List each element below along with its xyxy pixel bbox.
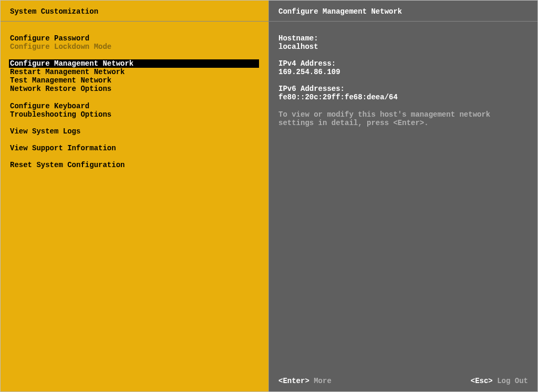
ipv4-label: IPv4 Address:	[278, 59, 528, 68]
esc-key: <Esc>	[471, 377, 493, 385]
menu-group: View System Logs	[10, 127, 259, 136]
ipv6-label: IPv6 Addresses:	[278, 85, 528, 93]
menu-item-network-restore-options[interactable]: Network Restore Options	[10, 85, 259, 93]
dcui-screen: System Customization Configure PasswordC…	[0, 0, 538, 392]
menu-item-configure-lockdown-mode: Configure Lockdown Mode	[10, 43, 259, 51]
menu-item-view-support-information[interactable]: View Support Information	[10, 144, 259, 152]
esc-label: Log Out	[497, 377, 528, 385]
menu-item-reset-system-configuration[interactable]: Reset System Configuration	[10, 161, 259, 169]
menu-body: Configure PasswordConfigure Lockdown Mod…	[1, 22, 268, 391]
menu-group: Configure Management NetworkRestart Mana…	[10, 59, 259, 93]
right-panel: Configure Management Network Hostname: l…	[269, 1, 537, 391]
enter-key: <Enter>	[278, 377, 309, 385]
right-panel-title: Configure Management Network	[278, 7, 402, 16]
menu-group: View Support Information	[10, 144, 259, 152]
hostname-block: Hostname: localhost	[278, 34, 528, 51]
right-panel-header: Configure Management Network	[269, 1, 537, 22]
menu-item-view-system-logs[interactable]: View System Logs	[10, 127, 259, 136]
hostname-value: localhost	[278, 43, 528, 51]
footer: <Enter> More <Esc> Log Out	[269, 372, 537, 391]
menu-group: Configure PasswordConfigure Lockdown Mod…	[10, 34, 259, 51]
footer-esc[interactable]: <Esc> Log Out	[471, 377, 528, 385]
hostname-label: Hostname:	[278, 34, 528, 43]
footer-enter[interactable]: <Enter> More	[278, 377, 332, 385]
right-body: Hostname: localhost IPv4 Address: 169.25…	[269, 22, 537, 391]
menu-item-restart-management-network[interactable]: Restart Management Network	[10, 68, 259, 76]
ipv6-block: IPv6 Addresses: fe80::20c:29ff:fe68:deea…	[278, 85, 528, 101]
ipv4-block: IPv4 Address: 169.254.86.109	[278, 59, 528, 76]
help-text: To view or modify this host's management…	[278, 110, 528, 127]
ipv6-value: fe80::20c:29ff:fe68:deea/64	[278, 93, 528, 101]
enter-label: More	[314, 377, 332, 385]
left-panel-header: System Customization	[1, 1, 268, 22]
left-panel: System Customization Configure PasswordC…	[1, 1, 269, 391]
menu-item-test-management-network[interactable]: Test Management Network	[10, 76, 259, 85]
menu-item-configure-keyboard[interactable]: Configure Keyboard	[10, 102, 259, 110]
menu-group: Reset System Configuration	[10, 161, 259, 169]
left-panel-title: System Customization	[10, 7, 98, 16]
menu-item-configure-management-network[interactable]: Configure Management Network	[9, 59, 259, 68]
menu-group: Configure KeyboardTroubleshooting Option…	[10, 102, 259, 119]
menu-item-configure-password[interactable]: Configure Password	[10, 34, 259, 43]
menu-item-troubleshooting-options[interactable]: Troubleshooting Options	[10, 110, 259, 119]
ipv4-value: 169.254.86.109	[278, 68, 528, 76]
